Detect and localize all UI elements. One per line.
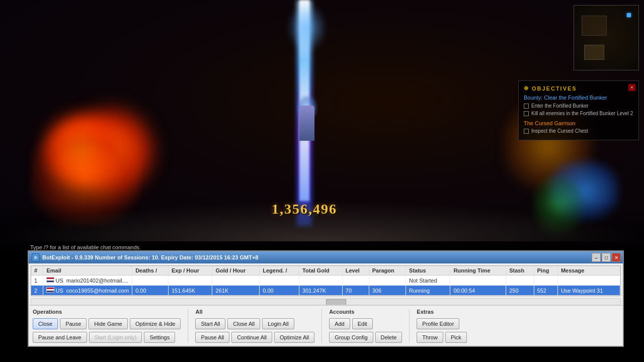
col-header-gold: Gold / Hour [212,266,260,276]
cell-paragon [369,276,406,286]
col-header-total-gold: Total Gold [299,266,343,276]
table-header-row: # Email Deaths / Exp / Hour Gold / Hour … [31,266,620,276]
cell-total-gold [299,276,343,286]
obj-item-3: Inspect the Cursed Chest [524,128,633,134]
titlebar-controls: – □ ✕ [592,253,621,262]
extras-row1: Profile Editor [417,318,466,329]
minimize-button[interactable]: – [592,253,601,262]
cell-level: 70 [342,286,369,296]
section2-title: The Cursed Garrison [524,120,633,126]
cell-flag-email: US mario201402@hotmail.... [43,276,132,286]
col-header-email: Email [43,266,132,276]
continue-all-button[interactable]: Continue All [231,332,272,343]
close-all-button[interactable]: Close All [227,318,260,329]
cell-message: Use Waypoint 31 [557,286,620,296]
add-button[interactable]: Add [329,318,350,329]
maximize-button[interactable]: □ [602,253,611,262]
pause-button[interactable]: Pause [60,318,87,329]
close-button[interactable]: Close [33,318,58,329]
cell-deaths: 0.00 [132,286,169,296]
objectives-icon: ⊕ [524,85,529,92]
cell-status: Running [406,286,450,296]
extras-row2: Throw Pick [417,332,466,343]
col-header-exp: Exp / Hour [168,266,212,276]
cell-deaths [132,276,169,286]
bounty-title: Bounty: Clear the Fortified Bunker [524,95,633,101]
obj-checkbox-2 [524,111,529,116]
optimize-hide-button[interactable]: Optimize & Hide [130,318,181,329]
throw-button[interactable]: Throw [417,332,443,343]
col-header-deaths: Deaths / [132,266,169,276]
cell-exp: 151.645K [168,286,212,296]
cell-paragon: 306 [369,286,406,296]
col-header-id: # [31,266,43,276]
all-label: All [195,309,314,315]
table-row[interactable]: 1 US mario201402@hotmail.... Not Started [31,276,620,286]
table-row[interactable]: 2 US coco19855@hotmail.com 0.00 151.645K… [31,286,620,296]
pause-all-button[interactable]: Pause All [195,332,229,343]
col-header-ping: Ping [534,266,557,276]
scrollbar-thumb[interactable] [326,299,346,305]
objectives-close-btn[interactable]: × [628,84,635,91]
group-config-button[interactable]: Group Config [329,332,373,343]
cell-status: Not Started [406,276,450,286]
settings-button[interactable]: Settings [144,332,175,343]
cell-legend: 0.00 [260,286,299,296]
cell-exp [168,276,212,286]
pick-button[interactable]: Pick [445,332,467,343]
separator2 [321,309,322,343]
cell-message [557,276,620,286]
hide-game-button[interactable]: Hide Game [89,318,128,329]
window-close-button[interactable]: ✕ [612,253,621,262]
separator1 [188,309,188,343]
cell-total-gold: 301.247K [299,286,343,296]
edit-button[interactable]: Edit [352,318,373,329]
col-header-message: Message [557,266,620,276]
cell-runtime [450,276,506,286]
col-header-legend: Legend. / [260,266,299,276]
col-header-paragon: Paragon [369,266,406,276]
login-all-button[interactable]: Login All [262,318,294,329]
score-display: 1,356,496 [272,201,337,217]
cell-level [342,276,369,286]
obj-item-1: Enter the Fortified Bunker [524,103,633,109]
obj-item-2: Kill all enemies in the Fortified Bunker… [524,111,633,116]
all-row1: Start All Close All Login All [195,318,314,329]
accounts-row1: Add Edit [329,318,402,329]
extras-group: Extras Profile Editor Throw Pick [417,309,466,343]
cell-id: 2 [31,286,43,296]
optimize-all-button[interactable]: Optimize All [274,332,314,343]
pause-leave-button[interactable]: Pause and Leave [33,332,87,343]
horizontal-scrollbar[interactable] [31,298,621,305]
start-login-button[interactable]: Start (Login only) [89,332,142,343]
minimap [574,5,639,70]
delete-button[interactable]: Delete [375,332,403,343]
cell-stash: 250 [506,286,534,296]
cell-id: 1 [31,276,43,286]
flag-us [46,277,54,283]
operations-row2: Pause and Leave Start (Login only) Setti… [33,332,181,343]
all-group: All Start All Close All Login All Pause … [195,309,314,343]
obj-checkbox-3 [524,129,529,134]
operations-label: Operations [33,309,181,315]
separator3 [409,309,410,343]
bottom-section: Operations Close Pause Hide Game Optimiz… [29,305,623,346]
cell-ping: 552 [534,286,557,296]
profile-editor-button[interactable]: Profile Editor [417,318,459,329]
objectives-title: ⊕ OBJECTIVES [524,85,633,92]
table-body: 1 US mario201402@hotmail.... Not Started [31,276,620,296]
window-title: BotExploit - 0.9.339 Number of Sessions:… [42,254,258,260]
table-container: # Email Deaths / Exp / Hour Gold / Hour … [31,265,621,296]
accounts-label: Accounts [329,309,402,315]
cell-stash [506,276,534,286]
extras-label: Extras [417,309,466,315]
obj-checkbox-1 [524,104,529,109]
bot-window: ⊕ BotExploit - 0.9.339 Number of Session… [28,250,624,347]
bot-titlebar: ⊕ BotExploit - 0.9.339 Number of Session… [29,251,623,263]
start-all-button[interactable]: Start All [195,318,225,329]
cell-runtime: 00:00:54 [450,286,506,296]
cell-ping [534,276,557,286]
operations-group: Operations Close Pause Hide Game Optimiz… [33,309,181,343]
col-header-stash: Stash [506,266,534,276]
objectives-panel: ⊕ OBJECTIVES × Bounty: Clear the Fortifi… [518,80,639,140]
